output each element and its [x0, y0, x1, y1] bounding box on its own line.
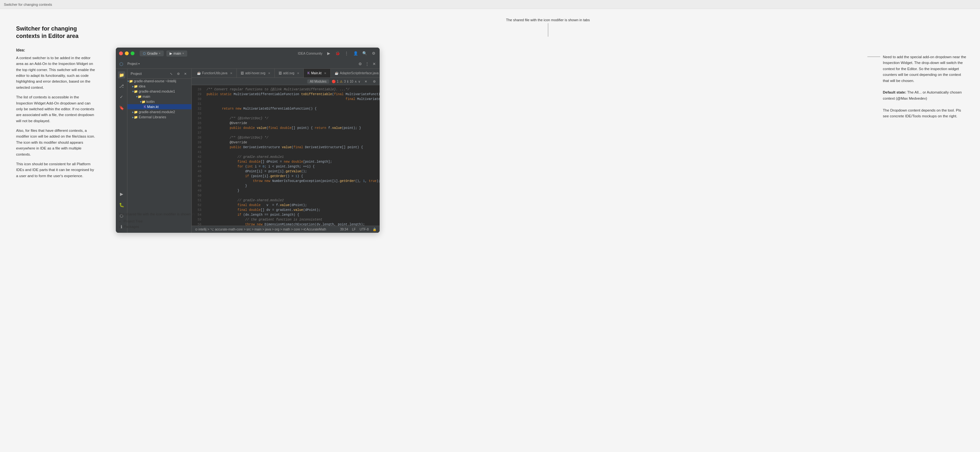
- svg-icon-1: 🖼: [241, 71, 244, 75]
- idea-label: Idea:: [16, 48, 97, 52]
- bookmark-icon[interactable]: 🔖: [118, 104, 125, 111]
- collapse-all-btn[interactable]: ⤡: [168, 71, 174, 76]
- main-tree-label: main: [143, 95, 150, 98]
- ext-libs-label: External Libraries: [138, 115, 166, 119]
- right-panel: Need to add the special add-on dropdown …: [858, 9, 980, 452]
- ide-statusbar: ⊙ intellij > ⌥ accurate-math-core > src …: [192, 226, 380, 233]
- shared-file-note: The shared file with the icon modifier i…: [118, 211, 196, 230]
- doc-title: Switcher for changing contexts in Editor…: [16, 25, 97, 40]
- error-count: 🔴: [332, 80, 336, 83]
- tree-item-main[interactable]: ▾📁 main: [127, 94, 191, 99]
- ide-titlebar: ⬡ Gradle ▾ ▶ main ▾ IDEA Community ▶ 🐞 ⋮…: [116, 48, 380, 59]
- search-btn[interactable]: 🔍: [362, 51, 368, 56]
- traffic-lights: [119, 51, 135, 55]
- tree-item-external-libs[interactable]: ▸📁 External Libraries: [127, 114, 191, 120]
- ide-sidebar-icons: 📁 ⎇ ✓ 🔖 ▶ 🐛 ⬡ ℹ: [116, 69, 127, 233]
- kotlin-file-icon: K: [144, 105, 146, 109]
- idea-folder-icon: ▸📁: [132, 84, 138, 88]
- warning-count: ⚠: [340, 80, 343, 83]
- main-chevron: ▾: [183, 52, 184, 55]
- tree-item-mainkt[interactable]: K Main.kt: [127, 104, 191, 109]
- project-tree-title: Project: [130, 72, 142, 76]
- close-button[interactable]: [119, 51, 123, 55]
- project-chevron: ▾: [138, 62, 140, 65]
- project-tree-icon[interactable]: 📁: [118, 71, 125, 78]
- code-content[interactable]: /** Convert regular functions to {@link …: [203, 85, 380, 226]
- tree-item-kotlin[interactable]: ▾📁 kotlin: [127, 99, 191, 104]
- tab-functionutils-close[interactable]: ✕: [230, 72, 232, 75]
- ide-title-right: IDEA Community ▶ 🐞 ⋮ 👤 🔍 ⚙: [298, 51, 376, 56]
- right-arrow-line: [867, 57, 880, 57]
- tab-add-svg-label: add.svg: [283, 71, 294, 75]
- commit-icon[interactable]: ✓: [118, 93, 125, 100]
- tab-mainkt-close[interactable]: ✕: [324, 72, 326, 75]
- tree-item-idea[interactable]: ▸📁 idea: [127, 84, 191, 89]
- gradle-pill[interactable]: ⬡ Gradle ▾: [140, 51, 164, 56]
- left-panel: Switcher for changing contexts in Editor…: [0, 9, 110, 452]
- main-pill[interactable]: ▶ main ▾: [166, 51, 187, 57]
- module-pill[interactable]: All Modules: [307, 79, 329, 84]
- doc-body-4: This icon should be consistent for all P…: [16, 161, 97, 179]
- debug-panel-icon[interactable]: 🐛: [118, 201, 125, 208]
- info-count: ℹ: [347, 80, 348, 83]
- svg-icon-2: 🖼: [278, 71, 282, 75]
- ide-window: ⬡ Gradle ▾ ▶ main ▾ IDEA Community ▶ 🐞 ⋮…: [116, 48, 380, 233]
- tab-functionutils[interactable]: ☕ FunctionUtils.java ✕: [193, 69, 237, 78]
- main-folder-icon: ▾📁: [136, 95, 142, 98]
- cursor-position: 39:34: [340, 228, 348, 231]
- ide-project-tree: Project ⤡ ⚙ ✕ ▾📁 gradle-shared-sourse ~/…: [127, 69, 192, 233]
- tab-mainkt[interactable]: K Main.kt ✕: [304, 69, 331, 78]
- right-callout-container: Need to add the special add-on dropdown …: [867, 54, 967, 124]
- gradle-label: Gradle: [147, 51, 158, 55]
- nav-down-btn[interactable]: ∨: [358, 80, 360, 83]
- editor-settings-btn[interactable]: ⚙: [371, 78, 377, 84]
- list-item-project-tree: Project Tree: [124, 219, 196, 224]
- line-ending: LF: [352, 228, 356, 231]
- tab-add-svg[interactable]: 🖼 add.svg ✕: [275, 69, 304, 78]
- project-tree-header: Project ⤡ ⚙ ✕: [127, 69, 191, 79]
- title-bar: Switcher for changing contexts: [0, 0, 980, 9]
- list-item-packages: Packages: [124, 224, 196, 230]
- tab-adapter-label: AdapterScriptInterface.java: [340, 71, 379, 75]
- tree-close-btn[interactable]: ✕: [183, 71, 188, 76]
- user-btn[interactable]: 👤: [353, 51, 358, 56]
- inspection-close-btn[interactable]: ✕: [363, 78, 369, 84]
- module2-folder-icon: ▸📁: [132, 110, 138, 114]
- kotlin-folder-icon: ▾📁: [140, 100, 145, 103]
- encoding: UTF-8: [360, 228, 369, 231]
- vcs-icon[interactable]: ⎇: [118, 82, 125, 89]
- tab-functionutils-label: FunctionUtils.java: [202, 71, 228, 75]
- error-badges: 🔴 1 ⚠ 3 ℹ 10 ∧ ∨: [332, 80, 360, 83]
- settings-btn[interactable]: ⚙: [371, 51, 376, 56]
- more-btn[interactable]: ⋮: [344, 51, 349, 56]
- callout-top: The shared file with the icon modifier i…: [506, 18, 590, 36]
- doc-body-1: A context switcher is to be added in the…: [16, 55, 97, 90]
- close-icon[interactable]: ✕: [371, 61, 377, 67]
- right-annotation: Need to add the special add-on dropdown …: [883, 54, 967, 119]
- nav-up-btn[interactable]: ∧: [355, 80, 357, 83]
- tree-item-module2[interactable]: ▸📁 gradle-shared.module2: [127, 109, 191, 114]
- title-bar-text: Switcher for changing contexts: [4, 3, 52, 6]
- settings-icon-btn[interactable]: ⚙: [357, 61, 363, 67]
- tree-item-root[interactable]: ▾📁 gradle-shared-sourse ~/intellij: [127, 79, 191, 84]
- statusbar-right: 39:34 LF UTF-8 🔒: [340, 228, 376, 231]
- project-btn[interactable]: Project ▾: [126, 62, 142, 66]
- code-view: 2829303132 3334353637 3839404142 4344454…: [192, 85, 380, 226]
- run-panel-icon[interactable]: ▶: [118, 190, 125, 197]
- tree-item-module1[interactable]: ▾📁 gradle-shared.module1: [127, 89, 191, 94]
- gradle-chevron: ▾: [159, 52, 161, 55]
- gear-icon[interactable]: ⋮: [364, 61, 370, 67]
- run-btn[interactable]: ▶: [326, 51, 331, 56]
- tab-add-hover-close[interactable]: ✕: [268, 72, 270, 75]
- maximize-button[interactable]: [130, 51, 135, 55]
- adapter-icon: ☕: [335, 71, 339, 75]
- minimize-button[interactable]: [125, 51, 129, 55]
- ide-tabs: ☕ FunctionUtils.java ✕ 🖼 add-hover.svg ✕…: [192, 69, 380, 78]
- debug-btn[interactable]: 🐞: [335, 51, 340, 56]
- tab-adapter[interactable]: ☕ AdapterScriptInterface.java ✕: [331, 69, 380, 78]
- root-label: gradle-shared-sourse ~/intellij: [134, 79, 176, 83]
- tree-settings-btn[interactable]: ⚙: [175, 71, 181, 76]
- tab-add-svg-close[interactable]: ✕: [297, 72, 299, 75]
- tab-add-hover[interactable]: 🖼 add-hover.svg ✕: [237, 69, 275, 78]
- module1-label: gradle-shared.module1: [138, 89, 175, 93]
